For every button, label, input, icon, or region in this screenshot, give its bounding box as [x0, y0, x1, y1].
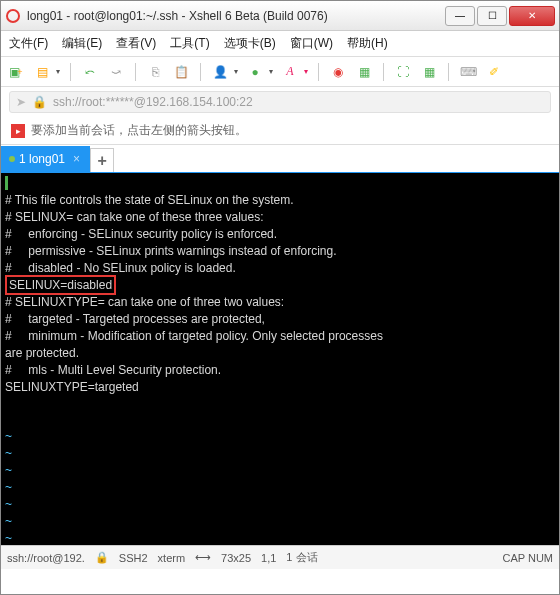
tab-label: 1 long01 [19, 152, 65, 166]
disconnect-icon[interactable]: ⤻ [107, 63, 125, 81]
highlighted-line: SELINUX=disabled [5, 275, 116, 295]
close-button[interactable]: ✕ [509, 6, 555, 26]
grid-icon[interactable]: ▦ [420, 63, 438, 81]
panel-icon[interactable]: ▦ [355, 63, 373, 81]
address-bar: ➤ 🔒 ssh://root:******@192.168.154.100:22 [1, 87, 559, 117]
arrow-icon[interactable]: ➤ [16, 95, 26, 109]
term-line: # disabled - No SELinux policy is loaded… [5, 261, 236, 275]
status-termtype: xterm [158, 552, 186, 564]
copy-icon[interactable]: ⎘ [146, 63, 164, 81]
menu-help[interactable]: 帮助(H) [347, 35, 388, 52]
term-line: # This file controls the state of SELinu… [5, 193, 294, 207]
menu-view[interactable]: 查看(V) [116, 35, 156, 52]
term-line: # enforcing - SELinux security policy is… [5, 227, 277, 241]
menu-tabs[interactable]: 选项卡(B) [224, 35, 276, 52]
app-icon [5, 8, 21, 24]
user-icon[interactable]: 👤 [211, 63, 229, 81]
status-connection: ssh://root@192. [7, 552, 85, 564]
reconnect-icon[interactable]: ⤺ [81, 63, 99, 81]
window-title: long01 - root@long01:~/.ssh - Xshell 6 B… [27, 9, 443, 23]
menu-tools[interactable]: 工具(T) [170, 35, 209, 52]
term-line: # minimum - Modification of targeted pol… [5, 329, 383, 343]
status-dot-icon [9, 156, 15, 162]
status-position: 1,1 [261, 552, 276, 564]
toolbar: ▣+ ▤▾ ⤺ ⤻ ⎘ 📋 👤▾ ●▾ A▾ ◉ ▦ ⛶ ▦ ⌨ ✐ [1, 57, 559, 87]
swirl-icon[interactable]: ◉ [329, 63, 347, 81]
paste-icon[interactable]: 📋 [172, 63, 190, 81]
menu-bar: 文件(F) 编辑(E) 查看(V) 工具(T) 选项卡(B) 窗口(W) 帮助(… [1, 31, 559, 57]
fullscreen-icon[interactable]: ⛶ [394, 63, 412, 81]
term-line: # SELINUX= can take one of these three v… [5, 210, 264, 224]
highlight-icon[interactable]: ✐ [485, 63, 503, 81]
term-line: # targeted - Targeted processes are prot… [5, 312, 265, 326]
status-bar: ssh://root@192. 🔒 SSH2 xterm ⟷73x25 1,1 … [1, 545, 559, 569]
tab-long01[interactable]: 1 long01 × [1, 146, 90, 172]
hint-bar: ▸ 要添加当前会话，点击左侧的箭头按钮。 [1, 117, 559, 145]
status-size: 73x25 [221, 552, 251, 564]
minimize-button[interactable]: — [445, 6, 475, 26]
globe-icon[interactable]: ● [246, 63, 264, 81]
status-protocol: SSH2 [119, 552, 148, 564]
term-line: are protected. [5, 346, 79, 360]
term-line: # SELINUXTYPE= can take one of three two… [5, 295, 284, 309]
tab-close-icon[interactable]: × [73, 152, 80, 166]
tab-bar: 1 long01 × + [1, 145, 559, 173]
status-sessions: 1 会话 [286, 550, 317, 565]
add-tab-button[interactable]: + [90, 148, 114, 172]
lock-icon: 🔒 [95, 551, 109, 564]
svg-point-0 [7, 10, 19, 22]
lock-icon: 🔒 [32, 95, 47, 109]
term-line: SELINUXTYPE=targeted [5, 380, 139, 394]
keyboard-icon[interactable]: ⌨ [459, 63, 477, 81]
font-icon[interactable]: A [281, 63, 299, 81]
title-bar: long01 - root@long01:~/.ssh - Xshell 6 B… [1, 1, 559, 31]
new-session-icon[interactable]: ▣+ [7, 63, 25, 81]
term-line: # mls - Multi Level Security protection. [5, 363, 221, 377]
address-text[interactable]: ssh://root:******@192.168.154.100:22 [53, 95, 253, 109]
term-line: # permissive - SELinux prints warnings i… [5, 244, 337, 258]
flag-icon: ▸ [11, 124, 25, 138]
menu-file[interactable]: 文件(F) [9, 35, 48, 52]
menu-edit[interactable]: 编辑(E) [62, 35, 102, 52]
hint-text: 要添加当前会话，点击左侧的箭头按钮。 [31, 122, 247, 139]
maximize-button[interactable]: ☐ [477, 6, 507, 26]
menu-window[interactable]: 窗口(W) [290, 35, 333, 52]
open-icon[interactable]: ▤ [33, 63, 51, 81]
status-caps: CAP NUM [502, 552, 553, 564]
terminal[interactable]: # This file controls the state of SELinu… [1, 173, 559, 545]
